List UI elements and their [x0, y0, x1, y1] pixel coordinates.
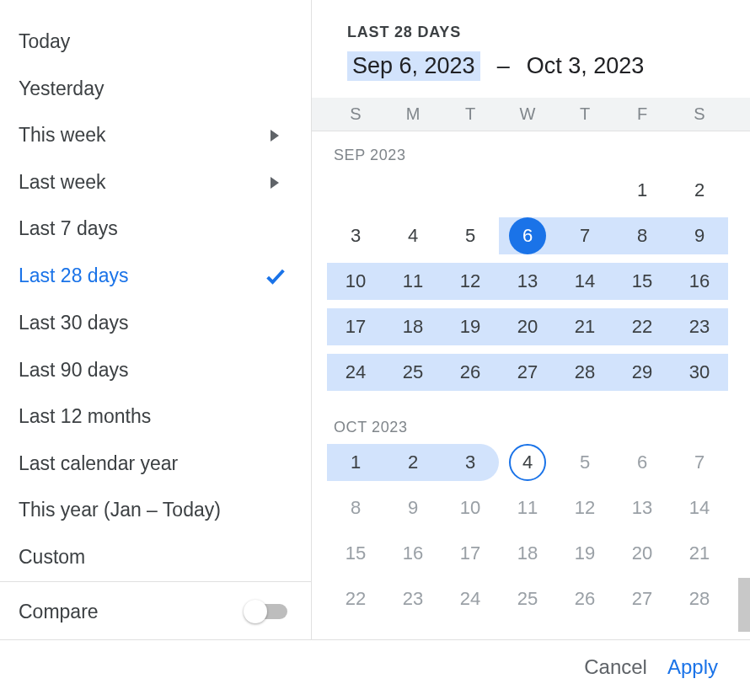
- preset-last-week[interactable]: Last week: [0, 159, 311, 206]
- calendar-day[interactable]: 25: [499, 576, 556, 622]
- calendar-day[interactable]: 23: [384, 576, 442, 622]
- range-start-date[interactable]: Sep 6, 2023: [347, 51, 480, 81]
- range-end-date[interactable]: Oct 3, 2023: [527, 53, 645, 79]
- preset-today[interactable]: Today: [0, 19, 311, 66]
- calendar-panel: LAST 28 DAYS Sep 6, 2023 – Oct 3, 2023 S…: [312, 0, 750, 639]
- calendar-day[interactable]: 10: [442, 485, 499, 531]
- preset-last-calendar-year[interactable]: Last calendar year: [0, 441, 311, 488]
- calendar-day[interactable]: 18: [384, 304, 442, 350]
- dow-sun: S: [327, 104, 384, 124]
- preset-last-7-days[interactable]: Last 7 days: [0, 206, 311, 253]
- calendar-day[interactable]: 14: [671, 485, 728, 531]
- calendar-day[interactable]: 21: [556, 304, 613, 350]
- check-icon: [264, 265, 287, 288]
- calendar-day[interactable]: 16: [671, 259, 728, 304]
- calendar-day[interactable]: 8: [327, 485, 384, 531]
- dow-tue: T: [442, 104, 499, 124]
- calendar-day[interactable]: 10: [327, 259, 384, 304]
- footer: Cancel Apply: [0, 640, 750, 679]
- calendar-day[interactable]: 23: [671, 304, 728, 350]
- preset-last-28-days[interactable]: Last 28 days: [0, 253, 311, 300]
- preset-this-year[interactable]: This year (Jan – Today): [0, 487, 311, 534]
- calendar-day[interactable]: 26: [442, 350, 499, 395]
- calendar-day[interactable]: 30: [671, 350, 728, 395]
- calendar-day[interactable]: 17: [442, 531, 499, 576]
- calendar-day[interactable]: 22: [327, 576, 384, 622]
- range-title: LAST 28 DAYS: [347, 24, 742, 41]
- calendar-day: [327, 168, 384, 213]
- preset-last-90-days[interactable]: Last 90 days: [0, 347, 311, 394]
- calendar-day[interactable]: 5: [556, 440, 613, 485]
- calendar-day[interactable]: 4: [499, 440, 556, 485]
- preset-list: Today Yesterday This week Last week Last…: [0, 0, 312, 639]
- calendar-day[interactable]: 27: [499, 350, 556, 395]
- calendar-day[interactable]: 17: [327, 304, 384, 350]
- chevron-right-icon: [271, 130, 279, 142]
- calendar-week: 17181920212223: [327, 304, 728, 350]
- calendar-day[interactable]: 19: [556, 531, 613, 576]
- calendar-day[interactable]: 9: [671, 213, 728, 259]
- calendar-week: 1234567: [327, 440, 728, 485]
- calendar-day[interactable]: 5: [442, 213, 499, 259]
- calendar-day[interactable]: 12: [442, 259, 499, 304]
- calendar-day[interactable]: 13: [613, 485, 671, 531]
- dow-thu: T: [556, 104, 613, 124]
- calendar-week: 3456789: [327, 213, 728, 259]
- month-label: SEP 2023: [327, 140, 728, 168]
- calendar-day[interactable]: 13: [499, 259, 556, 304]
- calendar-day[interactable]: 25: [384, 350, 442, 395]
- calendar-day[interactable]: 26: [556, 576, 613, 622]
- calendar-day[interactable]: 28: [671, 576, 728, 622]
- calendar-day: [442, 168, 499, 213]
- calendar-day[interactable]: 11: [499, 485, 556, 531]
- calendar-day[interactable]: 3: [442, 440, 499, 485]
- calendar-day[interactable]: 22: [613, 304, 671, 350]
- calendar-day[interactable]: 7: [671, 440, 728, 485]
- calendar-day[interactable]: 1: [327, 440, 384, 485]
- calendar-day[interactable]: 27: [613, 576, 671, 622]
- calendar-day[interactable]: 21: [671, 531, 728, 576]
- calendar-day: [384, 168, 442, 213]
- calendar-day[interactable]: 15: [613, 259, 671, 304]
- calendar-day[interactable]: 29: [613, 350, 671, 395]
- calendar-day[interactable]: 19: [442, 304, 499, 350]
- range-separator: –: [497, 53, 510, 79]
- preset-yesterday[interactable]: Yesterday: [0, 66, 311, 113]
- calendar-day[interactable]: 12: [556, 485, 613, 531]
- scrollbar-thumb[interactable]: [738, 578, 750, 632]
- calendar-day[interactable]: 4: [384, 213, 442, 259]
- calendar-day[interactable]: 3: [327, 213, 384, 259]
- calendar-day[interactable]: 8: [613, 213, 671, 259]
- calendar-day[interactable]: 11: [384, 259, 442, 304]
- calendar-day[interactable]: 2: [384, 440, 442, 485]
- calendar-day[interactable]: 14: [556, 259, 613, 304]
- calendar-day[interactable]: 1: [613, 168, 671, 213]
- preset-last-30-days[interactable]: Last 30 days: [0, 300, 311, 347]
- calendar-day[interactable]: 15: [327, 531, 384, 576]
- calendar-day[interactable]: 20: [613, 531, 671, 576]
- month-block: OCT 202312345678910111213141516171819202…: [312, 403, 750, 630]
- cancel-button[interactable]: Cancel: [584, 655, 647, 679]
- apply-button[interactable]: Apply: [667, 655, 718, 679]
- calendar-day[interactable]: 9: [384, 485, 442, 531]
- compare-toggle[interactable]: [245, 604, 287, 619]
- calendar-day[interactable]: 2: [671, 168, 728, 213]
- preset-custom[interactable]: Custom: [0, 534, 311, 581]
- calendar-week: 12: [327, 168, 728, 213]
- preset-this-week[interactable]: This week: [0, 112, 311, 159]
- calendar-day[interactable]: 6: [613, 440, 671, 485]
- month-block: SEP 202312345678910111213141516171819202…: [312, 131, 750, 403]
- dow-wed: W: [499, 104, 556, 124]
- calendar-day: [556, 168, 613, 213]
- range-start-marker: 6: [509, 217, 546, 254]
- calendar-day[interactable]: 24: [442, 576, 499, 622]
- calendar-day[interactable]: 6: [499, 213, 556, 259]
- calendar-week: 15161718192021: [327, 531, 728, 576]
- calendar-day[interactable]: 16: [384, 531, 442, 576]
- calendar-day[interactable]: 28: [556, 350, 613, 395]
- calendar-day[interactable]: 24: [327, 350, 384, 395]
- calendar-day[interactable]: 7: [556, 213, 613, 259]
- calendar-day[interactable]: 18: [499, 531, 556, 576]
- calendar-day[interactable]: 20: [499, 304, 556, 350]
- preset-last-12-months[interactable]: Last 12 months: [0, 393, 311, 441]
